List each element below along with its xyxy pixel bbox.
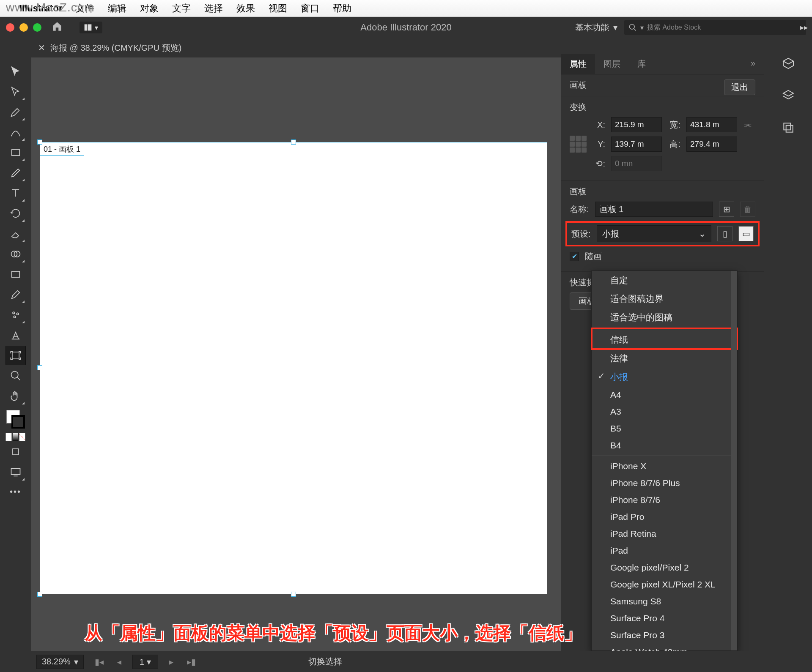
- svg-point-2: [630, 25, 635, 30]
- stroke-color[interactable]: [11, 415, 25, 429]
- workspace-switcher[interactable]: 基本功能▾: [575, 22, 617, 33]
- preset-option[interactable]: iPad Pro: [592, 508, 737, 525]
- zoom-level[interactable]: 38.29%▾: [36, 655, 84, 669]
- menu-object[interactable]: 对象: [140, 2, 159, 15]
- preset-option[interactable]: 信纸: [592, 328, 737, 349]
- panel-collapse-icon[interactable]: »: [742, 54, 764, 74]
- close-window-button[interactable]: [6, 23, 14, 32]
- dropdown-scrollbar[interactable]: [731, 271, 737, 650]
- selection-handle[interactable]: [291, 139, 296, 145]
- artboard-tool[interactable]: [5, 346, 26, 365]
- type-tool[interactable]: [5, 183, 26, 203]
- preset-dropdown[interactable]: 小报 ⌄: [597, 225, 711, 242]
- search-stock-field[interactable]: ▾ 搜索 Adobe Stock: [624, 20, 806, 35]
- paintbrush-tool[interactable]: [5, 163, 26, 183]
- preset-option[interactable]: A3: [592, 403, 737, 420]
- panel-icon-layers[interactable]: [780, 87, 797, 104]
- collapse-dock-icon[interactable]: ▸▸: [800, 23, 808, 32]
- tab-library[interactable]: 库: [629, 54, 654, 74]
- reference-point-grid[interactable]: [570, 136, 587, 153]
- preset-option[interactable]: B5: [592, 420, 737, 437]
- preset-option[interactable]: 适合选中的图稿: [592, 308, 737, 327]
- menu-view[interactable]: 视图: [269, 2, 287, 15]
- minimize-window-button[interactable]: [19, 23, 28, 32]
- preset-option[interactable]: iPhone 8/7/6 Plus: [592, 475, 737, 492]
- selection-handle[interactable]: [37, 365, 42, 370]
- tab-properties[interactable]: 属性: [561, 54, 595, 74]
- preset-option[interactable]: iPhone X: [592, 456, 737, 475]
- preset-option[interactable]: iPhone 8/7/6: [592, 492, 737, 508]
- y-input[interactable]: [611, 137, 662, 152]
- pen-tool[interactable]: [5, 102, 26, 122]
- preset-option[interactable]: Surface Pro 3: [592, 627, 737, 644]
- menu-edit[interactable]: 编辑: [108, 2, 126, 15]
- draw-mode[interactable]: [5, 442, 26, 462]
- panel-icon-artboards[interactable]: [780, 119, 797, 136]
- menu-select[interactable]: 选择: [204, 2, 223, 15]
- eraser-tool[interactable]: [5, 224, 26, 243]
- orientation-portrait-icon[interactable]: ▯: [717, 226, 732, 241]
- exit-button[interactable]: 退出: [724, 79, 755, 95]
- eyedropper-tool[interactable]: [5, 285, 26, 304]
- last-artboard-icon[interactable]: ▸▮: [184, 657, 198, 667]
- color-mode-swatches[interactable]: [5, 433, 26, 441]
- x-input[interactable]: [611, 117, 662, 132]
- height-input[interactable]: [686, 137, 737, 152]
- menu-help[interactable]: 帮助: [333, 2, 351, 15]
- edit-toolbar[interactable]: •••: [10, 487, 21, 497]
- perspective-grid-tool[interactable]: [5, 325, 26, 345]
- orientation-landscape-icon[interactable]: ▭: [738, 226, 754, 241]
- width-input[interactable]: [686, 117, 737, 132]
- preset-option[interactable]: Google pixel XL/Pixel 2 XL: [592, 576, 737, 593]
- artboard[interactable]: [40, 142, 547, 594]
- shape-builder-tool[interactable]: [5, 244, 26, 264]
- curvature-tool[interactable]: [5, 123, 26, 142]
- first-artboard-icon[interactable]: ▮◂: [92, 657, 106, 667]
- gradient-tool[interactable]: [5, 265, 26, 284]
- prev-artboard-icon[interactable]: ◂: [115, 657, 124, 667]
- preset-option[interactable]: 法律: [592, 349, 737, 368]
- tab-layers[interactable]: 图层: [595, 54, 629, 74]
- new-artboard-icon[interactable]: ⊞: [719, 202, 734, 217]
- artboard-number[interactable]: 1 ▾: [132, 655, 158, 669]
- screen-mode[interactable]: [5, 462, 26, 482]
- panel-icon-3d[interactable]: [780, 55, 797, 72]
- preset-option[interactable]: A4: [592, 386, 737, 403]
- selection-handle[interactable]: [291, 592, 296, 597]
- artboard-name-input[interactable]: [595, 202, 713, 217]
- menu-type[interactable]: 文字: [172, 2, 191, 15]
- preset-option[interactable]: Samsung S8: [592, 593, 737, 610]
- preset-option[interactable]: iPad: [592, 542, 737, 559]
- fill-stroke-swatch[interactable]: [5, 409, 26, 429]
- rotate-tool[interactable]: [5, 204, 26, 223]
- selection-handle[interactable]: [37, 139, 42, 145]
- zoom-tool[interactable]: [5, 366, 26, 385]
- search-placeholder: 搜索 Adobe Stock: [647, 23, 701, 32]
- menu-effect[interactable]: 效果: [236, 2, 255, 15]
- menu-file[interactable]: 文件: [76, 2, 94, 15]
- move-artwork-checkbox[interactable]: ✔: [570, 252, 579, 261]
- hand-tool[interactable]: [5, 386, 26, 406]
- direct-selection-tool[interactable]: [5, 82, 26, 101]
- preset-option[interactable]: B4: [592, 437, 737, 454]
- preset-option[interactable]: iPad Retina: [592, 525, 737, 542]
- preset-dropdown-menu[interactable]: 自定适合图稿边界适合选中的图稿信纸法律小报A4A3B5B4iPhone XiPh…: [591, 270, 738, 651]
- symbol-sprayer-tool[interactable]: [5, 305, 26, 325]
- link-wh-icon[interactable]: ⫘: [743, 120, 752, 130]
- layout-switcher[interactable]: ▾: [80, 22, 102, 33]
- rectangle-tool[interactable]: [5, 143, 26, 162]
- app-name[interactable]: Illustrator: [19, 3, 62, 14]
- home-icon[interactable]: [52, 21, 63, 35]
- fullscreen-window-button[interactable]: [33, 23, 41, 32]
- selection-handle[interactable]: [37, 592, 42, 597]
- menu-window[interactable]: 窗口: [301, 2, 319, 15]
- document-tab-title[interactable]: 海报 @ 38.29% (CMYK/GPU 预览): [50, 42, 181, 54]
- preset-option[interactable]: Surface Pro 4: [592, 610, 737, 627]
- next-artboard-icon[interactable]: ▸: [167, 657, 176, 667]
- preset-option[interactable]: Google pixel/Pixel 2: [592, 559, 737, 576]
- preset-option[interactable]: 适合图稿边界: [592, 290, 737, 308]
- close-tab-icon[interactable]: ✕: [38, 43, 45, 53]
- preset-option[interactable]: 自定: [592, 271, 737, 290]
- selection-tool[interactable]: [5, 62, 26, 81]
- preset-option[interactable]: 小报: [592, 368, 737, 386]
